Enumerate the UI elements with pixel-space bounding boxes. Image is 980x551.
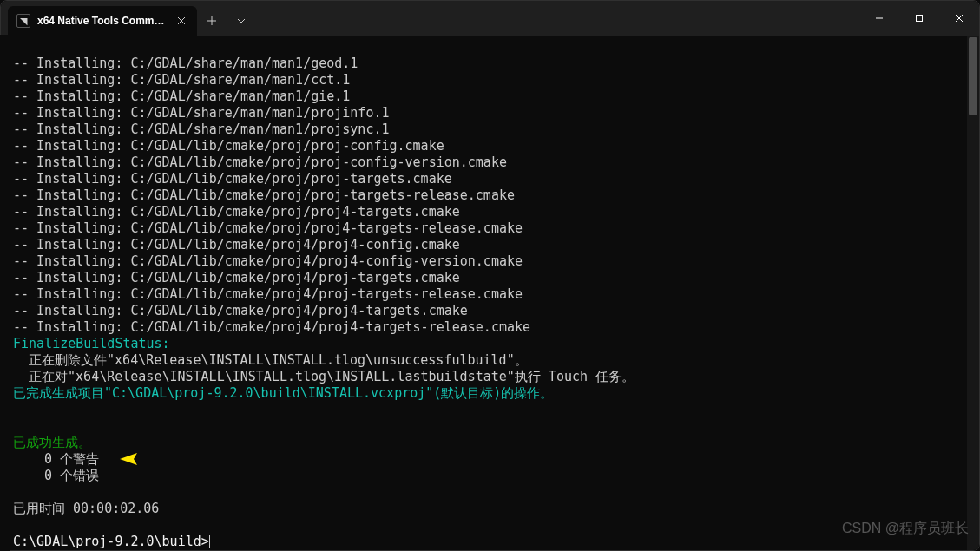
output-line: -- Installing: C:/GDAL/lib/cmake/proj/pr…: [13, 204, 460, 220]
output-line: -- Installing: C:/GDAL/lib/cmake/proj4/p…: [13, 270, 460, 285]
terminal-area[interactable]: -- Installing: C:/GDAL/share/man/man1/ge…: [1, 36, 979, 550]
terminal-output: -- Installing: C:/GDAL/share/man/man1/ge…: [1, 36, 979, 550]
window-controls: [859, 1, 979, 36]
output-line: -- Installing: C:/GDAL/share/man/man1/gi…: [13, 89, 350, 104]
output-line: -- Installing: C:/GDAL/lib/cmake/proj/pr…: [13, 138, 444, 154]
tab-strip: ◥ x64 Native Tools Command Pr: [1, 1, 256, 36]
new-tab-button[interactable]: [197, 6, 227, 36]
tab-dropdown-button[interactable]: [227, 6, 256, 36]
build-completed-line: 已完成生成项目"C:\GDAL\proj-9.2.0\build\INSTALL…: [13, 385, 553, 401]
finalize-status-label: FinalizeBuildStatus:: [13, 336, 170, 351]
prompt-line: C:\GDAL\proj-9.2.0\build>: [13, 534, 209, 549]
output-line: -- Installing: C:/GDAL/share/man/man1/ge…: [13, 56, 358, 71]
cmd-icon: ◥: [16, 14, 30, 28]
tab-title: x64 Native Tools Command Pr: [37, 15, 168, 27]
cursor: [209, 535, 210, 548]
titlebar: ◥ x64 Native Tools Command Pr: [1, 1, 979, 36]
build-success-line: 已成功生成。: [13, 435, 91, 450]
output-line: -- Installing: C:/GDAL/lib/cmake/proj4/p…: [13, 319, 530, 335]
output-line: -- Installing: C:/GDAL/share/man/man1/pr…: [13, 121, 389, 137]
errors-line: 0 个错误: [13, 468, 99, 483]
terminal-window: ◥ x64 Native Tools Command Pr: [0, 0, 980, 551]
active-tab[interactable]: ◥ x64 Native Tools Command Pr: [8, 6, 197, 36]
close-window-button[interactable]: [939, 1, 979, 36]
output-line: -- Installing: C:/GDAL/share/man/man1/cc…: [13, 72, 350, 88]
output-line: -- Installing: C:/GDAL/lib/cmake/proj4/p…: [13, 237, 460, 253]
output-line: -- Installing: C:/GDAL/lib/cmake/proj/pr…: [13, 171, 452, 187]
output-line: -- Installing: C:/GDAL/lib/cmake/proj/pr…: [13, 154, 507, 170]
output-line: -- Installing: C:/GDAL/lib/cmake/proj/pr…: [13, 220, 523, 236]
elapsed-time-line: 已用时间 00:00:02.06: [13, 501, 159, 516]
output-line: -- Installing: C:/GDAL/lib/cmake/proj4/p…: [13, 303, 468, 318]
svg-rect-0: [917, 16, 923, 22]
scrollbar[interactable]: [967, 36, 979, 550]
output-line: -- Installing: C:/GDAL/lib/cmake/proj/pr…: [13, 187, 515, 203]
output-line: -- Installing: C:/GDAL/lib/cmake/proj4/p…: [13, 286, 523, 302]
output-line: -- Installing: C:/GDAL/share/man/man1/pr…: [13, 105, 389, 121]
minimize-button[interactable]: [859, 1, 899, 36]
scroll-thumb[interactable]: [969, 37, 977, 115]
warnings-line: 0 个警告: [13, 451, 99, 467]
maximize-button[interactable]: [899, 1, 939, 36]
output-line: 正在对"x64\Release\INSTALL\INSTALL.tlog\INS…: [13, 369, 635, 384]
output-line: 正在删除文件"x64\Release\INSTALL\INSTALL.tlog\…: [13, 352, 528, 368]
output-line: -- Installing: C:/GDAL/lib/cmake/proj4/p…: [13, 253, 523, 269]
close-tab-icon[interactable]: [174, 14, 188, 28]
